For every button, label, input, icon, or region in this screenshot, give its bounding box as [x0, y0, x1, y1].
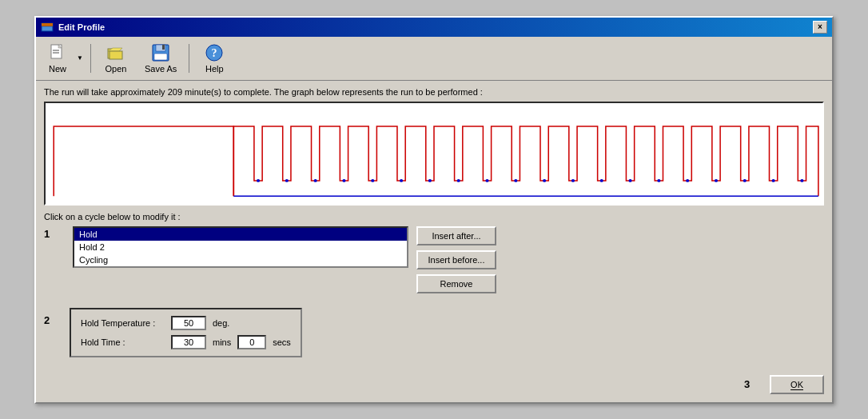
step2-label: 2 — [44, 314, 60, 326]
save-as-icon — [151, 43, 170, 62]
svg-point-19 — [314, 178, 317, 182]
insert-before-button[interactable]: Insert before... — [416, 250, 496, 269]
save-as-label: Save As — [145, 64, 177, 74]
svg-point-20 — [342, 178, 345, 182]
cycles-area: Hold Hold 2 Cycling Insert after... Inse… — [73, 226, 202, 293]
svg-point-25 — [485, 178, 488, 182]
svg-point-33 — [715, 178, 718, 182]
insert-after-button[interactable]: Insert after... — [416, 226, 496, 245]
temp-input[interactable] — [171, 316, 206, 330]
window-icon — [41, 21, 54, 34]
svg-point-31 — [657, 178, 660, 182]
ok-button[interactable]: OK — [770, 375, 824, 394]
graph-svg — [46, 103, 822, 204]
svg-point-35 — [772, 178, 775, 182]
new-icon — [48, 43, 67, 62]
cycles-label: Click on a cycle below to modify it : — [44, 212, 824, 221]
temp-unit: deg. — [213, 318, 229, 328]
svg-point-26 — [514, 178, 517, 182]
svg-point-24 — [457, 178, 460, 182]
graph-container — [44, 102, 824, 206]
help-button[interactable]: ? Help — [194, 40, 234, 77]
svg-point-28 — [571, 178, 575, 182]
svg-point-18 — [285, 178, 289, 182]
list-item-hold[interactable]: Hold — [74, 228, 407, 241]
toolbar: New ▼ Open — [36, 37, 832, 81]
help-label: Help — [205, 64, 224, 74]
params-box: Hold Temperature : deg. Hold Time : mins… — [70, 308, 302, 357]
temp-row: Hold Temperature : deg. — [81, 316, 291, 330]
toolbar-separator-2 — [189, 44, 189, 73]
list-item-cycling[interactable]: Cycling — [74, 253, 407, 266]
svg-point-22 — [400, 178, 403, 182]
svg-point-27 — [543, 178, 546, 182]
time-mins-unit: mins — [213, 337, 231, 347]
help-icon: ? — [205, 43, 224, 62]
svg-point-32 — [686, 178, 689, 182]
temp-label: Hold Temperature : — [81, 318, 165, 328]
open-button[interactable]: Open — [96, 40, 136, 77]
svg-point-23 — [428, 178, 432, 182]
time-label: Hold Time : — [81, 337, 165, 347]
svg-point-30 — [629, 178, 632, 182]
cycles-list: Hold Hold 2 Cycling — [73, 226, 408, 268]
svg-text:?: ? — [212, 47, 217, 59]
title-bar-left: Edit Profile — [41, 21, 105, 34]
svg-rect-1 — [42, 23, 53, 26]
time-secs-unit: secs — [273, 337, 291, 347]
time-mins-input[interactable] — [171, 335, 206, 349]
new-dropdown-arrow[interactable]: ▼ — [74, 52, 86, 64]
step1-label: 1 — [44, 228, 60, 240]
svg-point-21 — [371, 178, 374, 182]
open-icon — [106, 43, 125, 62]
svg-rect-12 — [154, 54, 167, 60]
cycles-buttons: Insert after... Insert before... Remove — [416, 226, 496, 293]
footer-area: 3 OK — [36, 372, 832, 402]
new-button[interactable]: New — [41, 40, 74, 77]
title-bar: Edit Profile × — [36, 18, 832, 37]
main-window: Edit Profile × New ▼ — [34, 16, 834, 404]
content-area: The run will take approximately 209 minu… — [36, 81, 832, 372]
toolbar-separator-1 — [90, 44, 91, 73]
svg-point-17 — [257, 178, 260, 182]
time-secs-input[interactable] — [237, 335, 266, 349]
close-button[interactable]: × — [813, 21, 827, 34]
window-title: Edit Profile — [58, 22, 105, 32]
remove-button[interactable]: Remove — [416, 274, 496, 293]
list-box: Hold Hold 2 Cycling — [73, 226, 408, 268]
svg-point-29 — [600, 178, 603, 182]
save-as-button[interactable]: Save As — [137, 40, 184, 77]
step3-label: 3 — [744, 378, 760, 390]
info-text: The run will take approximately 209 minu… — [44, 87, 824, 97]
svg-rect-11 — [162, 45, 165, 50]
list-item-hold2[interactable]: Hold 2 — [74, 241, 407, 253]
new-label: New — [49, 64, 66, 74]
svg-rect-8 — [109, 51, 122, 59]
open-label: Open — [105, 64, 126, 74]
svg-point-36 — [800, 178, 803, 182]
svg-point-34 — [743, 178, 747, 182]
time-row: Hold Time : mins secs — [81, 335, 291, 349]
